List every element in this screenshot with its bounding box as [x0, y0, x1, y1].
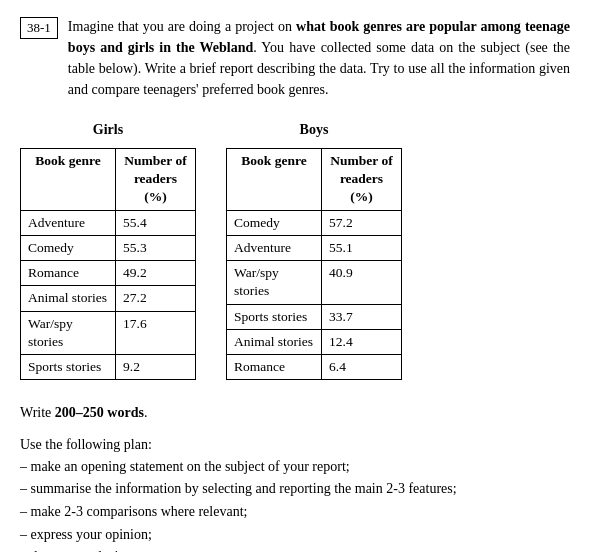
table-row: Sports stories 33.7: [227, 304, 402, 329]
girls-value-4: 27.2: [116, 286, 196, 311]
girls-title: Girls: [20, 122, 196, 138]
table-row: Adventure 55.4: [21, 210, 196, 235]
plan-item-4: – express your opinion;: [20, 524, 570, 546]
boys-value-2: 55.1: [322, 235, 402, 260]
table-row: War/spy stories 40.9: [227, 261, 402, 304]
girls-value-5: 17.6: [116, 311, 196, 354]
girls-value-3: 49.2: [116, 261, 196, 286]
girls-value-6: 9.2: [116, 354, 196, 379]
table-row: Comedy 55.3: [21, 235, 196, 260]
plan-item-3: – make 2-3 comparisons where relevant;: [20, 501, 570, 523]
task-container: 38-1 Imagine that you are doing a projec…: [20, 16, 570, 552]
boys-value-4: 33.7: [322, 304, 402, 329]
girls-value-2: 55.3: [116, 235, 196, 260]
table-row: Adventure 55.1: [227, 235, 402, 260]
word-count-label: Write: [20, 405, 55, 420]
plan-item-3-text: – make 2-3 comparisons where relevant;: [20, 501, 247, 523]
girls-col2-header: Number of readers (%): [116, 149, 196, 211]
plan-intro: Use the following plan:: [20, 434, 570, 456]
table-row: Comedy 57.2: [227, 210, 402, 235]
plan-item-2: – summarise the information by selecting…: [20, 478, 570, 500]
task-header: 38-1 Imagine that you are doing a projec…: [20, 16, 570, 100]
plan-item-5: – draw a conclusion.: [20, 546, 570, 552]
table-row: Animal stories 12.4: [227, 329, 402, 354]
table-row: Romance 6.4: [227, 354, 402, 379]
word-count-bold: 200–250 words: [55, 405, 144, 420]
plan-item-2-text: – summarise the information by selecting…: [20, 478, 457, 500]
plan-item-4-text: – express your opinion;: [20, 524, 152, 546]
boys-genre-2: Adventure: [227, 235, 322, 260]
boys-table-group: Boys Book genre Number of readers (%) Co…: [226, 122, 402, 380]
plan-item-1-text: – make an opening statement on the subje…: [20, 456, 350, 478]
boys-col2-header: Number of readers (%): [322, 149, 402, 211]
plan-item-5-text: – draw a conclusion.: [20, 546, 136, 552]
table-row: Sports stories 9.2: [21, 354, 196, 379]
table-row: Romance 49.2: [21, 261, 196, 286]
boys-table: Book genre Number of readers (%) Comedy …: [226, 148, 402, 380]
boys-value-6: 6.4: [322, 354, 402, 379]
boys-genre-5: Animal stories: [227, 329, 322, 354]
girls-genre-3: Romance: [21, 261, 116, 286]
girls-table-group: Girls Book genre Number of readers (%) A…: [20, 122, 196, 380]
girls-genre-5: War/spy stories: [21, 311, 116, 354]
girls-genre-4: Animal stories: [21, 286, 116, 311]
girls-col1-header: Book genre: [21, 149, 116, 211]
girls-genre-6: Sports stories: [21, 354, 116, 379]
boys-title: Boys: [226, 122, 402, 138]
plan-item-1: – make an opening statement on the subje…: [20, 456, 570, 478]
plan-section: Use the following plan: – make an openin…: [20, 434, 570, 552]
word-count-instruction: Write 200–250 words.: [20, 402, 570, 424]
girls-genre-1: Adventure: [21, 210, 116, 235]
boys-genre-4: Sports stories: [227, 304, 322, 329]
girls-value-1: 55.4: [116, 210, 196, 235]
task-description: Imagine that you are doing a project on …: [68, 16, 570, 100]
boys-genre-3: War/spy stories: [227, 261, 322, 304]
tables-section: Girls Book genre Number of readers (%) A…: [20, 122, 570, 380]
boys-genre-6: Romance: [227, 354, 322, 379]
girls-table: Book genre Number of readers (%) Adventu…: [20, 148, 196, 380]
boys-value-1: 57.2: [322, 210, 402, 235]
writing-section: Write 200–250 words. Use the following p…: [20, 402, 570, 552]
boys-col1-header: Book genre: [227, 149, 322, 211]
boys-value-5: 12.4: [322, 329, 402, 354]
task-number: 38-1: [20, 17, 58, 39]
boys-value-3: 40.9: [322, 261, 402, 304]
task-intro: Imagine that you are doing a project on: [68, 19, 296, 34]
table-row: War/spy stories 17.6: [21, 311, 196, 354]
word-count-end: .: [144, 405, 148, 420]
boys-genre-1: Comedy: [227, 210, 322, 235]
girls-genre-2: Comedy: [21, 235, 116, 260]
table-row: Animal stories 27.2: [21, 286, 196, 311]
